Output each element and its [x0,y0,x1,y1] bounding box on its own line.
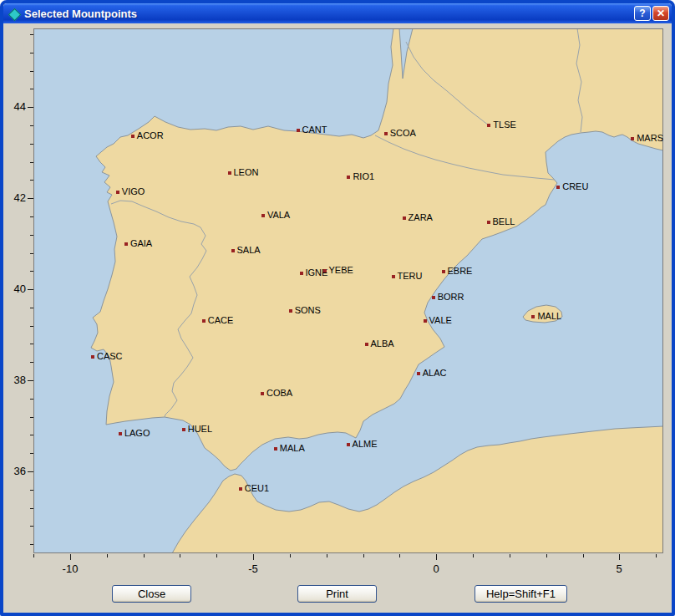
x-axis-major-tick [436,554,437,560]
y-axis-minor-tick [30,362,33,363]
station-label: HUEL [188,424,212,434]
station-marker-icon [347,443,350,446]
station-label: ZARA [409,212,433,222]
station-label: VALE [429,315,452,325]
x-axis-minor-tick [363,554,364,557]
y-axis-minor-tick [30,253,33,254]
station-marker-icon [131,135,134,138]
x-axis-minor-tick [656,554,657,557]
station-label: ALBA [371,339,394,349]
y-axis-minor-tick [30,216,33,217]
y-axis-minor-tick [30,271,33,272]
titlebar-help-button[interactable]: ? [634,6,651,21]
station-marker-icon [392,275,395,278]
station-label: SALA [237,245,261,255]
x-axis-minor-tick [107,554,108,557]
station-label: VALA [267,210,290,220]
y-axis-minor-tick [30,508,33,509]
station-marker-icon [300,272,303,275]
station-marker-icon [289,309,292,313]
y-axis-major-tick [28,107,33,108]
close-button[interactable]: Close [112,585,191,603]
help-button[interactable]: Help=Shift+F1 [475,585,567,603]
y-axis-minor-tick [30,144,33,145]
y-axis-minor-tick [30,235,33,236]
y-axis-major-tick [28,471,33,472]
y-axis-minor-tick [30,34,33,35]
station-marker-icon [182,428,185,431]
y-axis-tick-label: 36 [3,465,26,477]
station-label: CACE [208,315,234,325]
station-label: SCOA [390,128,416,138]
station-label: LEON [234,167,259,177]
station-marker-icon [531,315,535,318]
y-axis-minor-tick [30,435,33,435]
station-marker-icon [116,191,119,194]
app-icon [8,8,20,20]
x-axis-minor-tick [473,554,474,557]
station-label: TERU [398,271,423,281]
station-label: CASC [97,351,123,361]
station-marker-icon [91,355,94,359]
y-axis-tick-label: 40 [3,283,26,295]
titlebar-close-button[interactable]: ✕ [652,6,669,21]
station-layer: ACORCANTSCOATLSEMARSLEONRIO1CREUVIGOVALA… [33,28,663,553]
y-axis-minor-tick [30,53,33,53]
y-axis-minor-tick [30,326,33,327]
y-axis-minor-tick [30,399,33,400]
window-title: Selected Mountpoints [24,8,632,20]
x-axis-major-tick [253,554,254,560]
print-button[interactable]: Print [297,585,377,603]
x-axis-tick-label: 5 [602,563,636,575]
x-axis-minor-tick [290,554,291,557]
station-marker-icon [631,137,634,140]
station-marker-icon [487,221,490,224]
station-marker-icon [556,186,560,189]
y-axis-minor-tick [30,453,33,454]
station-marker-icon [323,269,327,272]
y-axis-major-tick [28,198,33,199]
station-marker-icon [231,249,235,252]
x-axis-minor-tick [510,554,510,557]
x-axis-minor-tick [583,554,584,557]
station-marker-icon [403,216,406,220]
y-axis-minor-tick [30,417,33,418]
station-label: ACOR [137,130,164,140]
station-label: EBRE [448,266,473,276]
station-marker-icon [261,392,264,395]
station-label: MALA [280,443,305,453]
station-marker-icon [274,447,277,451]
station-label: CEU1 [245,483,269,493]
station-label: MARS [637,133,663,143]
station-label: ALME [353,439,378,449]
station-marker-icon [297,129,300,132]
y-axis-minor-tick [30,544,33,545]
y-axis-minor-tick [30,162,33,163]
x-axis-tick-label: 0 [419,563,453,575]
x-axis-tick-label: -5 [236,563,270,575]
station-label: YEBE [329,265,353,275]
dialog-window: Selected Mountpoints ? ✕ [0,0,675,616]
station-label: RIO1 [353,171,374,181]
station-marker-icon [424,319,427,323]
station-marker-icon [124,242,128,246]
y-axis-minor-tick [30,344,33,344]
station-label: CANT [302,125,327,135]
station-marker-icon [365,343,368,346]
y-axis-minor-tick [30,490,33,491]
y-axis-major-tick [28,289,33,290]
x-axis-minor-tick [327,554,327,557]
x-axis-minor-tick [399,554,400,557]
map-plot: ACORCANTSCOATLSEMARSLEONRIO1CREUVIGOVALA… [33,28,663,553]
dialog-client-area: ACORCANTSCOATLSEMARSLEONRIO1CREUVIGOVALA… [3,23,672,613]
station-label: GAIA [130,238,152,248]
x-axis-major-tick [70,554,71,560]
y-axis-minor-tick [30,180,33,181]
station-label: MALL [537,311,561,321]
station-label: COBA [266,388,292,398]
x-axis-major-tick [619,554,620,560]
station-label: ALAC [423,368,447,378]
station-label: SONS [295,305,321,315]
y-axis-minor-tick [30,125,33,126]
titlebar[interactable]: Selected Mountpoints ? ✕ [3,3,672,23]
